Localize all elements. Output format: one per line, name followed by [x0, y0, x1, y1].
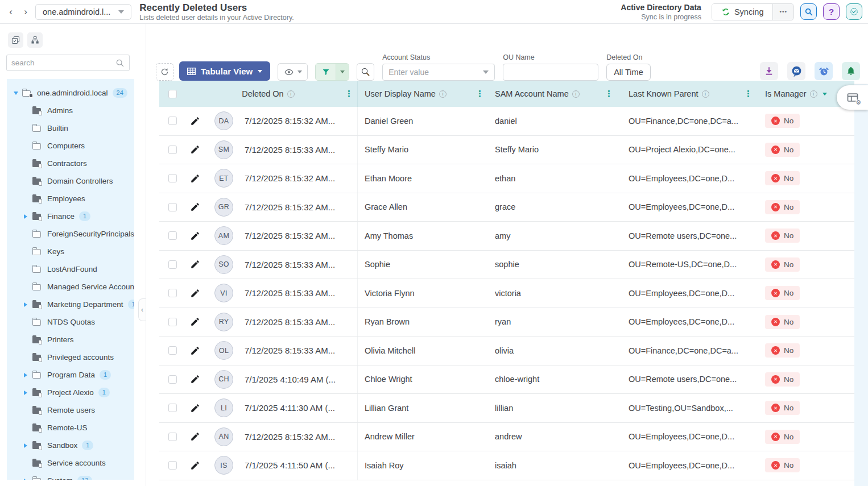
- tree-item[interactable]: Service accounts: [7, 454, 134, 472]
- tree-item[interactable]: Marketing Department 1: [7, 296, 134, 313]
- tree-item[interactable]: Project Alexio 1: [7, 384, 134, 401]
- syncing-button[interactable]: Syncing: [712, 4, 773, 20]
- column-header[interactable]: Last Known Parent: [617, 81, 757, 107]
- column-menu-icon[interactable]: [744, 89, 753, 99]
- tree-item[interactable]: Managed Service Accounts: [7, 278, 134, 296]
- row-checkbox[interactable]: [168, 433, 177, 441]
- column-menu-icon[interactable]: [476, 89, 484, 99]
- tree-item[interactable]: Printers: [7, 331, 134, 348]
- tree-item[interactable]: Contractors: [7, 155, 134, 172]
- row-checkbox[interactable]: [168, 404, 177, 412]
- tree-expand-icon[interactable]: [24, 302, 32, 307]
- forward-arrow-icon[interactable]: ›: [19, 5, 32, 19]
- account-status-select[interactable]: Enter value: [382, 64, 495, 81]
- tree-item[interactable]: Remote users: [7, 401, 134, 419]
- hierarchy-view-button[interactable]: [27, 32, 43, 48]
- ou-name-input[interactable]: [503, 64, 598, 81]
- row-checkbox[interactable]: [168, 146, 177, 154]
- filter-dropdown-button[interactable]: [336, 64, 349, 80]
- edit-icon[interactable]: [190, 231, 200, 241]
- edit-icon[interactable]: [190, 317, 200, 327]
- back-arrow-icon[interactable]: ‹: [5, 5, 17, 19]
- tree-expand-icon[interactable]: [14, 92, 22, 95]
- row-checkbox[interactable]: [168, 117, 177, 125]
- tree-item[interactable]: System 13: [7, 472, 134, 480]
- tree-item[interactable]: Keys: [7, 243, 134, 260]
- row-checkbox[interactable]: [168, 346, 177, 355]
- tree-item[interactable]: Employees: [7, 190, 134, 207]
- edit-icon[interactable]: [190, 431, 200, 442]
- help-button[interactable]: ?: [823, 3, 840, 20]
- tree-expand-icon[interactable]: [24, 391, 32, 395]
- schedule-alert-button[interactable]: [815, 62, 833, 80]
- column-menu-icon[interactable]: [345, 89, 353, 99]
- edit-icon[interactable]: [190, 116, 200, 126]
- row-checkbox[interactable]: [168, 231, 177, 240]
- tree-item-label: System: [47, 476, 73, 480]
- visibility-dropdown[interactable]: [278, 63, 308, 81]
- tree-expand-icon[interactable]: [24, 373, 32, 377]
- filter-button[interactable]: [316, 64, 336, 80]
- feedback-chat-button[interactable]: [787, 62, 805, 80]
- filter-split-button[interactable]: [315, 63, 349, 81]
- select-all-checkbox[interactable]: [168, 90, 177, 98]
- ou-name-label: OU Name: [503, 53, 598, 61]
- tree-item[interactable]: Computers: [7, 137, 134, 155]
- sam-account-value: sophie: [488, 251, 617, 279]
- tree-item[interactable]: ForeignSecurityPrincipals: [7, 225, 134, 243]
- edit-icon[interactable]: [190, 374, 200, 384]
- edit-icon[interactable]: [190, 259, 200, 269]
- column-header[interactable]: Deleted On: [189, 81, 357, 107]
- sidebar-search-input[interactable]: [11, 59, 115, 67]
- tree-item[interactable]: Program Data 1: [7, 366, 134, 384]
- row-checkbox[interactable]: [168, 174, 177, 182]
- avatar: ET: [214, 169, 233, 188]
- tree-item[interactable]: one.admindroid.local 24: [7, 84, 134, 102]
- row-checkbox[interactable]: [168, 203, 177, 211]
- edit-icon[interactable]: [190, 173, 200, 184]
- search-in-report-button[interactable]: [357, 63, 374, 81]
- multi-select-button[interactable]: [8, 32, 23, 48]
- tree-expand-icon[interactable]: [24, 214, 32, 219]
- row-checkbox[interactable]: [168, 289, 177, 297]
- sidebar-collapse-handle[interactable]: ‹: [138, 298, 146, 321]
- row-checkbox[interactable]: [168, 318, 177, 326]
- tree-expand-icon[interactable]: [24, 479, 32, 480]
- deleted-on-range-button[interactable]: All Time: [606, 64, 651, 81]
- tree-item[interactable]: Sandbox 1: [7, 437, 134, 454]
- row-checkbox[interactable]: [168, 375, 177, 384]
- edit-icon[interactable]: [190, 460, 200, 471]
- tree-expand-icon[interactable]: [24, 443, 32, 448]
- edit-icon[interactable]: [190, 288, 200, 298]
- tree-item[interactable]: Finance 1: [7, 207, 134, 225]
- column-header[interactable]: User Display Name: [357, 81, 488, 107]
- notifications-button[interactable]: [842, 62, 860, 80]
- refresh-button[interactable]: [156, 63, 173, 81]
- sort-chevron-icon[interactable]: [822, 93, 827, 95]
- column-chooser-button[interactable]: ⚙: [837, 85, 868, 110]
- tree-item[interactable]: Admins: [7, 102, 134, 119]
- tree-item[interactable]: Privileged accounts: [7, 348, 134, 366]
- tree-item[interactable]: NTDS Quotas: [7, 313, 134, 331]
- deleted-on-value: 7/12/2025 8:15:33 AM...: [245, 317, 335, 327]
- tree-item[interactable]: Domain Controllers: [7, 172, 134, 190]
- tree-item[interactable]: LostAndFound: [7, 260, 134, 278]
- view-mode-dropdown[interactable]: Tabular View: [179, 61, 270, 81]
- sync-more-button[interactable]: •••: [772, 4, 793, 20]
- last-known-parent-value: OU=Employees,DC=one,D...: [617, 279, 757, 308]
- domain-selector[interactable]: one.admindroid.l...: [35, 4, 131, 20]
- info-icon: [702, 90, 709, 98]
- column-menu-icon[interactable]: [605, 89, 613, 99]
- edit-icon[interactable]: [190, 202, 200, 212]
- schedule-check-button[interactable]: [846, 3, 862, 20]
- tree-item[interactable]: Builtin: [7, 119, 134, 137]
- edit-icon[interactable]: [190, 403, 200, 413]
- edit-icon[interactable]: [190, 346, 200, 356]
- row-checkbox[interactable]: [168, 260, 177, 269]
- global-search-button[interactable]: [800, 3, 817, 20]
- column-header[interactable]: SAM Account Name: [488, 81, 617, 107]
- row-checkbox[interactable]: [168, 461, 177, 470]
- tree-item[interactable]: Remote-US: [7, 419, 134, 437]
- export-download-button[interactable]: [760, 62, 778, 80]
- edit-icon[interactable]: [190, 144, 200, 155]
